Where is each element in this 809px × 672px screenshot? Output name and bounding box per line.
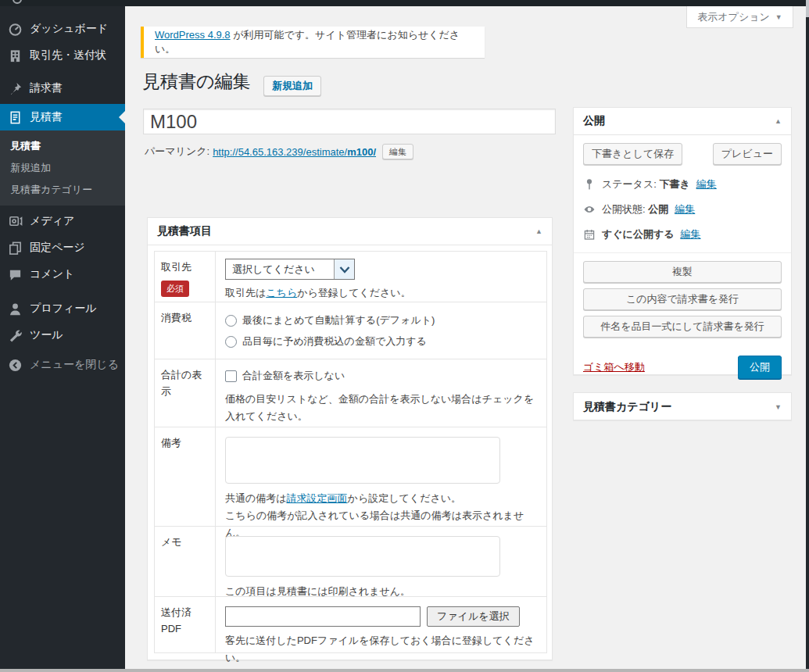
screen-options-label: 表示オプション <box>697 10 770 24</box>
edit-schedule-link[interactable]: 編集 <box>681 227 701 241</box>
sidebar-item-label: プロフィール <box>30 302 97 316</box>
status-text: ステータス: 下書き <box>602 177 690 191</box>
publish-panel-header[interactable]: 公開 ▲ <box>574 108 791 135</box>
submenu-item-add-new[interactable]: 新規追加 <box>0 157 125 179</box>
pdf-file-input-group: ファイルを選択 <box>225 606 537 627</box>
visibility-text: 公開状態: 公開 <box>602 202 668 216</box>
submenu-item-label: 見積書カテゴリー <box>10 183 92 197</box>
screen-options-button[interactable]: 表示オプション ▼ <box>686 6 793 28</box>
table-row-sent-pdf: 送付済PDF ファイルを選択 客先に送付したPDFファイルを保存しておく場合に登… <box>155 597 546 652</box>
sidebar-item-profile[interactable]: プロフィール <box>0 295 125 322</box>
row-content-cell: 選択してください 取引先はこちらから登録してください。 <box>216 252 546 302</box>
sidebar-item-clients[interactable]: 取引先・送付状 <box>0 42 125 69</box>
notice-text: WordPress 4.9.8 が利用可能です。サイト管理者にお知らせください。 <box>155 28 474 56</box>
edit-visibility-link[interactable]: 編集 <box>675 202 695 216</box>
calendar-icon <box>583 228 596 241</box>
post-status-pin-icon <box>583 178 596 191</box>
submenu-item-estimate-categories[interactable]: 見積書カテゴリー <box>0 179 125 201</box>
sidebar-item-estimates[interactable]: 見積書 <box>0 104 125 130</box>
sidebar-item-media[interactable]: メディア <box>0 208 125 234</box>
total-hide-label[interactable]: 合計金額を表示しない <box>242 369 345 383</box>
page-title: 見積書の編集 <box>142 70 251 93</box>
permalink-row: パーマリンク: http://54.65.163.239/estimate/m1… <box>145 144 413 159</box>
visibility-row: 公開状態: 公開 編集 <box>583 202 782 216</box>
wordpress-update-link[interactable]: WordPress 4.9.8 <box>155 29 231 41</box>
sidebar-item-dashboard[interactable]: ダッシュボード <box>0 16 125 42</box>
total-display-label: 合計の表示 <box>161 369 202 397</box>
duplicate-button[interactable]: 複製 <box>583 261 782 283</box>
estimate-category-panel-header[interactable]: 見積書カテゴリー ▼ <box>574 393 791 420</box>
table-row-tax: 消費税 最後にまとめて自動計算する(デフォルト) 品目毎に予め消費税込の金額で入… <box>155 302 546 359</box>
remarks-help-post: から設定してください。 <box>348 492 461 504</box>
tax-option-1: 最後にまとめて自動計算する(デフォルト) <box>225 313 537 327</box>
collapse-panel-icon[interactable]: ▲ <box>775 117 782 125</box>
row-content-cell: 共通の備考は請求設定画面から設定してください。 こちらの備考が記入されている場合… <box>216 427 546 526</box>
choose-file-button[interactable]: ファイルを選択 <box>427 606 520 627</box>
building-icon <box>8 48 23 63</box>
pushpin-icon <box>8 81 23 96</box>
sidebar-item-invoices[interactable]: 請求書 <box>0 75 125 102</box>
update-notice: WordPress 4.9.8 が利用可能です。サイト管理者にお知らせください。 <box>141 27 485 58</box>
tax-radio-1[interactable] <box>225 315 237 327</box>
schedule-row: すぐに公開する 編集 <box>583 227 782 241</box>
estimate-items-table: 取引先 必須 選択してください 取引先はこちらから登録してください。 <box>154 251 547 653</box>
submenu-item-estimates[interactable]: 見積書 <box>0 135 125 157</box>
publish-minor-actions: 下書きとして保存 プレビュー <box>583 143 782 165</box>
horizontal-scrollbar[interactable] <box>0 669 809 672</box>
memo-textarea[interactable] <box>225 536 500 577</box>
issue-invoice-button[interactable]: この内容で請求書を発行 <box>583 288 782 310</box>
total-hide-checkbox[interactable] <box>225 370 237 382</box>
client-select[interactable]: 選択してください <box>225 259 355 280</box>
expand-panel-icon[interactable]: ▼ <box>775 403 782 411</box>
row-content-cell: ファイルを選択 客先に送付したPDFファイルを保存しておく場合に登録してください… <box>216 597 546 652</box>
tax-option-2-label[interactable]: 品目毎に予め消費税込の金額で入力する <box>242 334 427 349</box>
sidebar-item-collapse-menu[interactable]: メニューを閉じる <box>0 352 125 378</box>
publishing-actions: ゴミ箱へ移動 公開 <box>583 356 782 379</box>
publish-button[interactable]: 公開 <box>738 356 782 379</box>
remarks-textarea[interactable] <box>225 437 500 484</box>
sidebar-item-label: 請求書 <box>30 81 63 95</box>
add-new-button[interactable]: 新規追加 <box>263 76 321 96</box>
pdf-file-path-field[interactable] <box>225 606 421 627</box>
estimate-items-panel-header[interactable]: 見積書項目 ▲ <box>148 218 552 245</box>
memo-label: メモ <box>161 536 182 548</box>
admin-sidebar: ダッシュボード 取引先・送付状 請求書 見積書 見積書 新規追加 見積書カテゴリ… <box>0 6 125 672</box>
permalink-edit-button[interactable]: 編集 <box>382 144 413 159</box>
row-label-cell: 合計の表示 <box>155 359 216 427</box>
sidebar-item-label: ダッシュボード <box>30 22 108 36</box>
tax-option-2: 品目毎に予め消費税込の金額で入力する <box>225 334 537 349</box>
required-badge: 必須 <box>161 281 189 298</box>
pages-icon <box>8 241 23 256</box>
tax-option-1-label[interactable]: 最後にまとめて自動計算する(デフォルト) <box>242 313 435 327</box>
preview-button[interactable]: プレビュー <box>713 143 782 165</box>
save-draft-button[interactable]: 下書きとして保存 <box>583 143 682 165</box>
permalink-link[interactable]: http://54.65.163.239/estimate/m100/ <box>213 146 376 158</box>
billing-settings-link[interactable]: 請求設定画面 <box>287 492 348 504</box>
select-arrow-icon <box>334 259 354 279</box>
client-help-pre: 取引先は <box>225 287 266 298</box>
media-icon <box>8 214 23 229</box>
row-content-cell: この項目は見積書には印刷されません。 <box>216 527 546 596</box>
sidebar-item-comments[interactable]: コメント <box>0 261 125 288</box>
vertical-scrollbar[interactable] <box>806 0 809 672</box>
collapse-panel-icon[interactable]: ▲ <box>535 227 542 235</box>
category-panel-title: 見積書カテゴリー <box>583 400 671 414</box>
edit-status-link[interactable]: 編集 <box>696 177 717 191</box>
eye-icon <box>583 203 596 216</box>
sidebar-item-tools[interactable]: ツール <box>0 322 125 349</box>
move-to-trash-link[interactable]: ゴミ箱へ移動 <box>583 360 645 374</box>
comment-icon <box>8 267 23 282</box>
remarks-help-1: 共通の備考は請求設定画面から設定してください。 <box>225 490 537 507</box>
total-hide-option: 合計金額を表示しない <box>225 369 537 383</box>
estimate-title-input[interactable] <box>143 109 556 134</box>
sidebar-item-pages[interactable]: 固定ページ <box>0 234 125 261</box>
estimate-items-panel: 見積書項目 ▲ 取引先 必須 選択してください 取引先はこちら <box>147 217 553 660</box>
visibility-label: 公開状態: <box>602 203 646 215</box>
section-divider <box>574 252 791 253</box>
scrollbar-thumb[interactable] <box>806 0 809 17</box>
tax-label: 消費税 <box>161 312 192 323</box>
tax-radio-2[interactable] <box>225 336 237 348</box>
admin-top-bar <box>0 0 809 6</box>
issue-invoice-summary-button[interactable]: 件名を品目一式にして請求書を発行 <box>583 316 782 338</box>
client-register-link[interactable]: こちら <box>266 287 297 298</box>
